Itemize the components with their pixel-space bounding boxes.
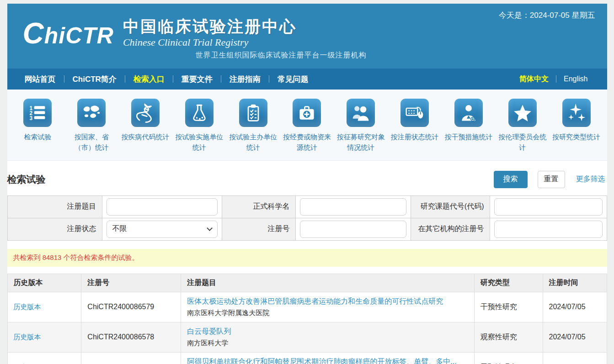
- chevron-down-icon: [207, 225, 213, 231]
- tile: [239, 99, 267, 127]
- keyboard-mouse-icon: [405, 103, 425, 123]
- quicklink-by-implementing-unit[interactable]: 按试验实施单位统计: [172, 99, 226, 153]
- quicklink-by-country-province[interactable]: 按国家、省（市）统计: [64, 99, 118, 153]
- column-history-version: 历史版本: [7, 274, 81, 292]
- quicklink-by-study-type[interactable]: 按研究类型统计: [550, 99, 603, 153]
- results-table: 历史版本 注册号 注册题目 研究类型 注册时间 历史版本 ChiCTR24000…: [7, 274, 607, 364]
- trial-title-link[interactable]: 医体太极运动处方改善淋巴管肌瘤病患者运动能力和生命质量的可行性试点研究: [187, 297, 443, 305]
- flask-icon: [189, 103, 209, 123]
- quicklink-label: 检索试验: [24, 132, 51, 142]
- table-row: 历史版本 ChiCTR2400086578 白云母爱队列 南方医科大学 观察性研…: [7, 322, 607, 352]
- scientific-name-input[interactable]: [300, 198, 406, 216]
- nav-item-home[interactable]: 网站首页: [16, 74, 64, 84]
- page-title: 检索试验: [7, 173, 46, 186]
- lang-switch-chinese[interactable]: 简体中文: [512, 74, 556, 84]
- quicklink-by-recruitment-status[interactable]: 按征募研究对象情况统计: [334, 99, 388, 153]
- site-title-cn: 中国临床试验注册中心: [123, 17, 297, 36]
- chictr-logo: ChiCTR: [23, 17, 114, 49]
- scientific-name-label: 正式科学名: [222, 195, 295, 218]
- nav-item-about[interactable]: ChiCTR简介: [64, 74, 125, 84]
- history-version-link[interactable]: 历史版本: [14, 303, 41, 311]
- tile: [185, 99, 214, 127]
- quicklink-by-ethics-committee[interactable]: 按伦理委员会统计: [496, 99, 550, 153]
- table-row: 历史版本 ChiCTR2400086579 医体太极运动处方改善淋巴管肌瘤病患者…: [7, 292, 607, 322]
- tile: 1 2 3: [23, 99, 52, 127]
- lang-switch-english[interactable]: English: [556, 75, 595, 83]
- registration-date-cell: 2024/07/05: [543, 352, 607, 364]
- tile: [562, 99, 591, 127]
- page-container: 今天是：2024-07-05 星期五 ChiCTR 中国临床试验注册中心 Chi…: [7, 4, 607, 364]
- dna-icon: [135, 103, 155, 123]
- quicklink-by-sponsor-unit[interactable]: 按试验主办单位统计: [226, 99, 280, 153]
- quicklink-label: 按疾病代码统计: [122, 132, 170, 142]
- reset-button[interactable]: 重置: [538, 171, 565, 188]
- tile: [293, 99, 321, 127]
- registration-number-cell: ChiCTR2400086578: [81, 322, 181, 352]
- registration-status-select[interactable]: 不限: [107, 221, 218, 238]
- registration-status-value: 不限: [112, 224, 208, 234]
- other-registry-number-label: 在其它机构的注册号: [411, 218, 490, 240]
- registration-number-label: 注册号: [222, 218, 295, 240]
- column-study-type: 研究类型: [474, 274, 543, 292]
- results-count-notice: 共检索到 84813 个符合检索条件的试验。: [7, 249, 607, 267]
- quicklink-label: 按经费或物资来源统计: [280, 132, 333, 153]
- history-version-link[interactable]: 历史版本: [14, 333, 41, 341]
- quicklink-by-funding-source[interactable]: 按经费或物资来源统计: [280, 99, 334, 153]
- other-registry-number-input[interactable]: [494, 221, 603, 238]
- nav-item-search-portal[interactable]: 检索入口: [125, 74, 173, 84]
- who-accreditation-line: 世界卫生组织国际临床试验注册平台一级注册机构: [196, 51, 367, 60]
- column-registration-number: 注册号: [81, 274, 181, 292]
- first-aid-kit-icon: [297, 103, 317, 123]
- quicklink-label: 按征募研究对象情况统计: [334, 132, 387, 153]
- column-registration-date: 注册时间: [543, 274, 607, 292]
- tile: [131, 99, 160, 127]
- site-title-en: Chinese Clinical Trial Registry: [123, 37, 297, 48]
- site-header: 今天是：2024-07-05 星期五 ChiCTR 中国临床试验注册中心 Chi…: [7, 4, 607, 69]
- world-map-icon: [81, 103, 101, 123]
- more-filters-link[interactable]: 更多筛选: [576, 174, 605, 184]
- study-type-cell: 观察性研究: [474, 322, 543, 352]
- table-row: 历史版本 ChiCTR2400086577 阿得贝利单抗联合化疗和阿帕替尼围术期…: [7, 352, 607, 364]
- sparkles-icon: [566, 103, 587, 123]
- tile: [77, 99, 106, 127]
- tile: [347, 99, 375, 127]
- registration-date-cell: 2024/07/05: [543, 292, 607, 322]
- quicklink-label: 按试验主办单位统计: [227, 132, 280, 153]
- quicklink-by-intervention[interactable]: 按干预措施统计: [442, 99, 496, 153]
- registration-number-input[interactable]: [300, 221, 406, 238]
- logo-rest-letters: hiCTR: [44, 23, 114, 48]
- doctor-icon: [459, 103, 479, 123]
- quicklink-label: 按注册状态统计: [391, 132, 439, 142]
- clipboard-icon: [243, 103, 263, 123]
- quicklink-label: 按试验实施单位统计: [173, 132, 226, 153]
- quicklink-label: 按干预措施统计: [444, 132, 492, 142]
- trial-title-link[interactable]: 阿得贝利单抗联合化疗和阿帕替尼围术期治疗肺肉瘤样癌的开放标签、单臂、多中...: [187, 358, 456, 364]
- quicklink-label: 按研究类型统计: [552, 132, 600, 142]
- nav-item-faq[interactable]: 常见问题: [269, 74, 317, 84]
- main-nav: 网站首页 ChiCTR简介 检索入口 重要文件 注册指南 常见问题 简体中文 E…: [7, 69, 607, 90]
- logo-cap-letter: C: [23, 17, 44, 50]
- registered-title-label: 注册题目: [7, 195, 102, 218]
- quicklink-search-trials[interactable]: 1 2 3 检索试验: [11, 99, 65, 153]
- project-code-input[interactable]: [494, 198, 603, 216]
- main-content: 检索试验 搜索 重置 更多筛选 注册题目 正式科学名 研究课题代号(代码) 注册…: [7, 161, 607, 364]
- trial-title-cell: 阿得贝利单抗联合化疗和阿帕替尼围术期治疗肺肉瘤样癌的开放标签、单臂、多中... …: [181, 352, 474, 364]
- tile: [400, 99, 429, 127]
- trial-title-link[interactable]: 白云母爱队列: [187, 327, 231, 335]
- registration-status-label: 注册状态: [7, 218, 102, 240]
- quicklink-by-registration-status[interactable]: 按注册状态统计: [388, 99, 442, 153]
- search-button[interactable]: 搜索: [494, 171, 528, 188]
- nav-item-documents[interactable]: 重要文件: [173, 74, 221, 84]
- quicklink-by-disease-code[interactable]: 按疾病代码统计: [118, 99, 172, 153]
- nav-item-registration-guide[interactable]: 注册指南: [221, 74, 269, 84]
- institution-name: 南京医科大学附属逸夫医院: [187, 309, 468, 317]
- quicklinks-band: 1 2 3 检索试验 按国家、省（市）统计: [7, 90, 607, 161]
- trial-title-cell: 白云母爱队列 南方医科大学: [181, 322, 474, 352]
- title-block: 中国临床试验注册中心 Chinese Clinical Trial Regist…: [123, 17, 297, 48]
- svg-text:3: 3: [30, 115, 33, 121]
- people-icon: [351, 103, 371, 123]
- institution-name: 南方医科大学: [187, 339, 468, 348]
- quicklink-label: 按伦理委员会统计: [496, 132, 549, 153]
- numbered-list-icon: 1 2 3: [27, 103, 48, 123]
- registered-title-input[interactable]: [107, 198, 218, 216]
